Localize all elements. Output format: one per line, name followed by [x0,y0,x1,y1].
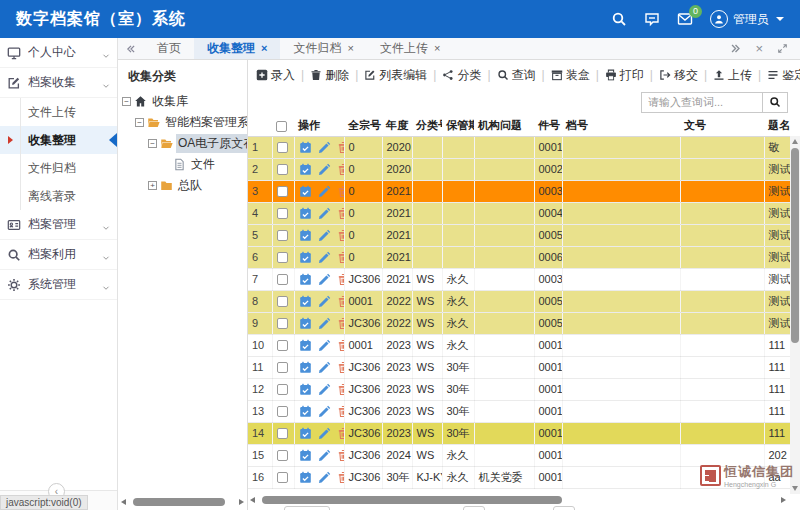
tree-expander-minus-icon[interactable]: − [148,139,157,148]
table-row[interactable]: 5020210005测试 [248,224,800,246]
tree-node-OA电子原文在线归档[interactable]: −OA电子原文在线归档 [118,133,247,154]
edit-pencil-icon[interactable] [318,163,331,176]
tree-node-文件[interactable]: 文件 [118,154,247,175]
tab-close-icon[interactable]: × [347,43,353,54]
edit-pencil-icon[interactable] [318,383,331,396]
global-search-icon[interactable] [611,11,627,27]
sidebar-item-个人中心[interactable]: 个人中心 [0,38,117,68]
toolbar-button-删除[interactable]: 删除 [310,67,349,84]
page-button[interactable] [463,506,485,510]
catalog-icon[interactable] [299,317,312,330]
toolbar-button-打印[interactable]: 打印 [605,67,644,84]
catalog-icon[interactable] [299,361,312,374]
table-row[interactable]: 14JC3062023WS30年0001111 [248,422,800,444]
sidebar-item-档案管理[interactable]: 档案管理 [0,210,117,240]
tree-node-收集库[interactable]: −收集库 [118,91,247,112]
row-checkbox[interactable] [277,340,288,351]
delete-trash-icon[interactable] [337,251,345,264]
row-checkbox[interactable] [277,252,288,263]
page-button[interactable] [553,506,575,510]
table-row[interactable]: 800012022WS永久0005测试 [248,290,800,312]
row-checkbox[interactable] [277,450,288,461]
scroll-right-arrow-icon[interactable] [239,499,244,505]
sidebar-item-收集整理[interactable]: 收集整理 [0,126,117,154]
delete-trash-icon[interactable] [337,383,345,396]
edit-pencil-icon[interactable] [318,427,331,440]
user-menu[interactable]: 管理员 [710,10,784,28]
row-checkbox[interactable] [277,186,288,197]
catalog-icon[interactable] [299,141,312,154]
delete-trash-icon[interactable] [337,361,345,374]
table-row[interactable]: 12JC3062023WS30年0001111 [248,378,800,400]
catalog-icon[interactable] [299,427,312,440]
table-row[interactable]: 11JC3062023WS30年0001111 [248,356,800,378]
table-row[interactable]: 9JC3062022WS永久0005测试 [248,312,800,334]
catalog-icon[interactable] [299,229,312,242]
tab-scroll-right-icon[interactable] [730,43,741,54]
edit-pencil-icon[interactable] [318,317,331,330]
edit-pencil-icon[interactable] [318,361,331,374]
row-checkbox[interactable] [277,230,288,241]
fullscreen-icon[interactable] [777,43,788,54]
delete-trash-icon[interactable] [337,295,345,308]
catalog-icon[interactable] [299,471,312,484]
row-checkbox[interactable] [277,428,288,439]
sidebar-item-系统管理[interactable]: 系统管理 [0,270,117,300]
toolbar-button-鉴定[interactable]: 鉴定 [767,67,800,84]
catalog-icon[interactable] [299,273,312,286]
tab-close-icon[interactable]: × [434,43,440,54]
catalog-icon[interactable] [299,185,312,198]
search-button[interactable] [763,92,788,113]
tab-文件上传[interactable]: 文件上传× [367,38,453,59]
toolbar-button-上传[interactable]: 上传 [713,67,752,84]
sidebar-item-离线著录[interactable]: 离线著录 [0,182,117,210]
toolbar-button-装盒[interactable]: 装盒 [551,67,590,84]
row-checkbox[interactable] [277,318,288,329]
close-all-tabs-icon[interactable]: × [755,42,763,55]
delete-trash-icon[interactable] [337,273,345,286]
row-checkbox[interactable] [277,384,288,395]
edit-pencil-icon[interactable] [318,295,331,308]
delete-trash-icon[interactable] [337,229,345,242]
edit-pencil-icon[interactable] [318,185,331,198]
edit-pencil-icon[interactable] [318,229,331,242]
edit-pencil-icon[interactable] [318,471,331,484]
scroll-right-arrow-icon[interactable] [781,497,786,503]
tab-close-icon[interactable]: × [261,43,267,54]
tab-scroll-left-icon[interactable] [118,38,144,59]
row-checkbox[interactable] [277,472,288,483]
sidebar-item-档案利用[interactable]: 档案利用 [0,240,117,270]
edit-pencil-icon[interactable] [318,273,331,286]
catalog-icon[interactable] [299,383,312,396]
delete-trash-icon[interactable] [337,427,345,440]
catalog-icon[interactable] [299,207,312,220]
table-row[interactable]: 13JC3062023WS30年0001111 [248,400,800,422]
tree-expander-minus-icon[interactable]: − [122,97,131,106]
toolbar-button-移交[interactable]: 移交 [659,67,698,84]
tree-horizontal-scrollbar[interactable] [121,497,244,506]
delete-trash-icon[interactable] [337,471,345,484]
scroll-left-arrow-icon[interactable] [121,499,126,505]
toolbar-button-查询[interactable]: 查询 [497,67,536,84]
table-row[interactable]: 2020200002测试 [248,158,800,180]
delete-trash-icon[interactable] [337,185,345,198]
row-checkbox[interactable] [277,362,288,373]
table-row[interactable]: 3020210003测试 [248,180,800,202]
toolbar-button-录入[interactable]: 录入 [256,67,295,84]
sidebar-item-档案收集[interactable]: 档案收集 [0,68,117,98]
table-row[interactable]: 7JC3062021WS永久0003测试 [248,268,800,290]
table-row[interactable]: 6020210006测试 [248,246,800,268]
select-all-checkbox[interactable] [276,121,287,132]
table-horizontal-scrollbar[interactable] [250,495,786,505]
row-checkbox[interactable] [277,164,288,175]
row-checkbox[interactable] [277,296,288,307]
edit-pencil-icon[interactable] [318,339,331,352]
catalog-icon[interactable] [299,449,312,462]
toolbar-button-列表编辑[interactable]: 列表编辑 [364,67,427,84]
tree-node-总队[interactable]: +总队 [118,175,247,196]
toolbar-button-分类[interactable]: 分类 [442,67,481,84]
delete-trash-icon[interactable] [337,339,345,352]
tree-node-智能档案管理系统[interactable]: −智能档案管理系统 [118,112,247,133]
row-checkbox[interactable] [277,142,288,153]
edit-pencil-icon[interactable] [318,251,331,264]
